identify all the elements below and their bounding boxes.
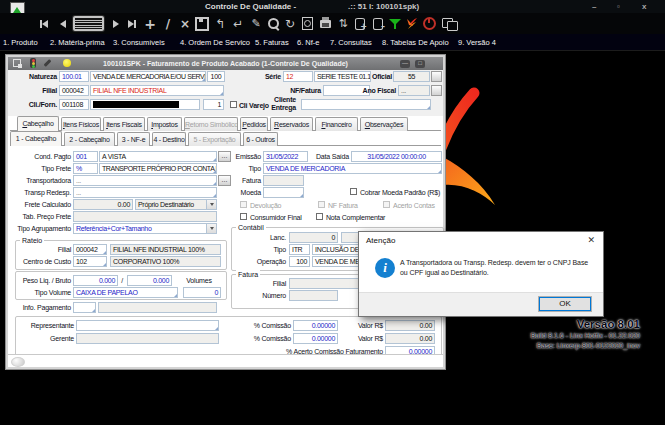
frete-calculado-field[interactable]: 0.00 xyxy=(73,199,133,210)
tab-preco-frete-field[interactable] xyxy=(73,211,217,222)
tab-reservados[interactable]: Reservados xyxy=(270,117,313,131)
menu-faturas[interactable]: 5. Faturas xyxy=(255,38,289,47)
operacao-code-field[interactable]: 100 xyxy=(289,256,310,267)
peso-bruto-field[interactable]: 0.000 xyxy=(127,275,172,286)
volumes-field[interactable]: 0 xyxy=(183,287,221,298)
cli-varejo-checkbox[interactable] xyxy=(230,101,237,108)
tab-observacoes[interactable]: Observações xyxy=(360,117,408,131)
oficial-field[interactable]: 55 xyxy=(393,71,430,82)
comissao1-field[interactable]: 0.00000 xyxy=(293,320,338,331)
nf-fatura-checkbox[interactable] xyxy=(318,201,325,208)
representante-field[interactable] xyxy=(76,320,219,331)
app-minimize-icon[interactable]: – xyxy=(592,2,596,11)
refresh-icon[interactable]: ↻ xyxy=(282,15,298,32)
valor2-field[interactable]: 0.00 xyxy=(385,333,435,344)
lanc-field[interactable]: 0 xyxy=(289,232,338,243)
emissao-field[interactable]: 31/05/2022 xyxy=(263,151,308,162)
traffic-light-icon[interactable] xyxy=(30,58,36,68)
natureza-desc-field[interactable]: VENDA DE MERCADORIA E/OU SERVI xyxy=(90,71,206,82)
power-icon[interactable] xyxy=(421,15,437,32)
filial-code-field[interactable]: 000042 xyxy=(59,85,89,96)
data-saida-field[interactable]: 31/05/2022 00:00:00 xyxy=(351,151,442,162)
frete-tipo-select[interactable]: Próprio Destinatário xyxy=(135,199,217,210)
valor1-field[interactable]: 0.00 xyxy=(385,320,435,331)
print-icon[interactable] xyxy=(317,15,333,32)
search-icon[interactable] xyxy=(265,15,281,32)
linx-flame-icon[interactable] xyxy=(404,15,420,32)
tab-itens-fisicos[interactable]: Itens Físicos xyxy=(61,117,101,131)
ano-fiscal-field[interactable]: ... xyxy=(398,85,430,96)
menu-produto[interactable]: 1. Produto xyxy=(3,38,38,47)
nav-prev-icon[interactable] xyxy=(55,15,71,32)
record-indicator[interactable] xyxy=(72,15,104,32)
cond-pagto-code-field[interactable]: 001 xyxy=(73,151,98,162)
db-add-icon[interactable]: + xyxy=(352,15,368,32)
moeda-field[interactable] xyxy=(263,187,304,198)
app-close-icon[interactable]: x xyxy=(642,2,646,11)
tab-impostos[interactable]: Impostos xyxy=(147,117,182,131)
contabil-tipo-code-field[interactable]: ITR xyxy=(289,244,310,255)
nota-complementar-checkbox[interactable] xyxy=(316,213,323,220)
nav-last-icon[interactable] xyxy=(124,15,140,32)
menu-versao4[interactable]: 9. Versão 4 xyxy=(458,38,496,47)
db-remove-icon[interactable]: – xyxy=(370,15,386,32)
nav-first-icon[interactable] xyxy=(36,15,52,32)
serie-more-button[interactable] xyxy=(431,71,442,82)
natureza-num-field[interactable]: 100 xyxy=(207,71,225,82)
tipo-agrupamento-select[interactable]: Referência+Cor+Tamanho xyxy=(73,223,217,234)
bulb-icon[interactable] xyxy=(63,59,71,67)
serie-code-field[interactable]: 12 xyxy=(283,71,313,82)
devolucao-checkbox[interactable] xyxy=(240,201,247,208)
add-record-icon[interactable]: + xyxy=(142,15,158,32)
cobrar-moeda-checkbox[interactable] xyxy=(350,188,357,195)
menu-nfe[interactable]: 6. Nf-e xyxy=(297,38,320,47)
window-copy-icon[interactable] xyxy=(13,59,21,67)
rateio-filial-code-field[interactable]: 000042 xyxy=(73,244,107,255)
rateio-filial-desc-field[interactable]: FILIAL NFE INDUSTRIAL 100% xyxy=(110,244,221,255)
tab-itens-fiscais[interactable]: Itens Fiscais xyxy=(103,117,145,131)
confirm-icon[interactable]: ↵ xyxy=(230,15,246,32)
windows-icon[interactable] xyxy=(440,15,460,32)
subtab-5-exportacao[interactable]: 5 - Exportação xyxy=(188,132,241,146)
ano-fiscal-button[interactable] xyxy=(431,85,442,96)
subtab-1-cabecalho[interactable]: 1 - Cabeçalho xyxy=(10,131,62,146)
tab-cabecalho[interactable]: Cabeçalho xyxy=(17,116,59,131)
filter-icon[interactable] xyxy=(387,15,403,32)
subtab-6-outros[interactable]: 6 - Outros xyxy=(243,132,278,146)
filial-desc-field[interactable]: FILIAL NFE INDUSTRIAL xyxy=(90,85,224,96)
edit-record-icon[interactable]: / xyxy=(160,15,176,32)
numero-field[interactable] xyxy=(289,290,338,301)
gerente-field[interactable] xyxy=(76,333,219,344)
tab-financeiro[interactable]: Financeiro xyxy=(315,117,358,131)
fatura-field[interactable] xyxy=(263,175,304,186)
tipo-field[interactable]: VENDA DE MERCADORIA xyxy=(263,163,442,174)
save-icon[interactable] xyxy=(194,15,210,32)
clean-icon[interactable]: ✎ xyxy=(248,15,264,32)
menu-tabelas-apoio[interactable]: 8. Tabelas De Apoio xyxy=(382,38,449,47)
centro-custo-code-field[interactable]: 102 xyxy=(73,256,107,267)
transportadora-field[interactable]: ... xyxy=(73,175,217,186)
menu-consumiveis[interactable]: 3. Consumíveis xyxy=(113,38,165,47)
subtab-4-destino[interactable]: 4 - Destino xyxy=(152,132,186,146)
info-pagamento-desc-field[interactable] xyxy=(98,302,217,313)
nav-next-icon[interactable] xyxy=(108,15,124,32)
cli-forn-code-field[interactable]: 001108 xyxy=(59,99,89,110)
info-pagamento-code-field[interactable] xyxy=(73,302,96,313)
comissao2-field[interactable]: 0.00000 xyxy=(293,333,338,344)
subtab-2-cabecalho[interactable]: 2 - Cabeçalho xyxy=(64,132,115,146)
tipo-volume-field[interactable]: CAIXA DE PAPELAO xyxy=(73,287,178,298)
menu-consultas[interactable]: 7. Consultas xyxy=(330,38,372,47)
menu-ordem-servico[interactable]: 4. Ordem De Servico xyxy=(180,38,250,47)
natureza-code-field[interactable]: 100.01 xyxy=(59,71,89,82)
centro-custo-desc-field[interactable]: CORPORATIVO 100% xyxy=(110,256,221,267)
wrench-icon[interactable] xyxy=(46,59,55,68)
tab-pedidos[interactable]: Pedidos xyxy=(240,117,268,131)
sort-icon[interactable]: ⇅ xyxy=(335,15,351,32)
ok-button[interactable]: OK xyxy=(539,297,591,311)
tipo-frete-code-field[interactable]: % xyxy=(73,163,98,174)
window-maximize-icon[interactable]: □ xyxy=(415,60,425,68)
menu-materia-prima[interactable]: 2. Matéria-prima xyxy=(50,38,105,47)
transp-redesp-field[interactable]: ... xyxy=(73,187,217,198)
acerto-contas-checkbox[interactable] xyxy=(383,201,390,208)
cond-pagto-desc-field[interactable]: A VISTA xyxy=(99,151,217,162)
